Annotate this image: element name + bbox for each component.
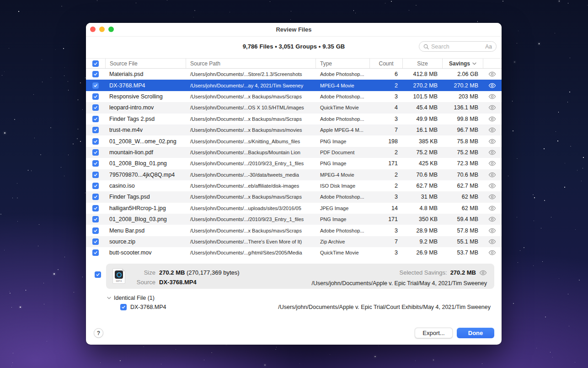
preview-eye-icon[interactable]	[483, 183, 502, 189]
detail-checkbox[interactable]	[95, 271, 101, 278]
preview-eye-icon[interactable]	[483, 239, 502, 244]
savings-cell: 203 MB	[442, 93, 483, 100]
type-cell: QuickTime Movie	[315, 250, 369, 255]
done-button[interactable]: Done	[457, 328, 494, 338]
column-header-preview	[483, 59, 502, 68]
preview-eye-icon[interactable]	[483, 206, 502, 211]
row-checkbox[interactable]	[86, 227, 105, 234]
preview-eye-icon[interactable]	[483, 194, 502, 200]
export-button[interactable]: Export...	[415, 328, 453, 338]
preview-eye-icon[interactable]	[483, 250, 502, 255]
preview-eye-icon[interactable]	[483, 139, 502, 144]
type-cell: MPEG-4 Movie	[315, 83, 369, 88]
source-file-cell: leopard-intro.mov	[105, 104, 186, 111]
count-cell: 7	[369, 238, 402, 245]
table-row[interactable]: 795709870...4jkQ8Q.mp4/Users/john/Docume…	[86, 169, 502, 180]
type-cell: Adobe Photoshop...	[315, 194, 369, 200]
select-all-checkbox[interactable]	[86, 59, 105, 68]
table-row[interactable]: trust-me.m4v/Users/john/Documents/...x B…	[86, 124, 502, 135]
row-checkbox[interactable]	[86, 149, 105, 156]
row-checkbox[interactable]	[86, 160, 105, 167]
type-cell: PNG Image	[315, 161, 369, 166]
column-header-size[interactable]: Size	[402, 59, 442, 68]
column-header-type[interactable]: Type	[315, 59, 369, 68]
size-cell: 70.6 MB	[402, 172, 442, 178]
size-cell: 270.2 MB	[402, 82, 442, 89]
size-cell: 62.7 MB	[402, 183, 442, 189]
preview-eye-icon[interactable]	[483, 161, 502, 166]
source-file-cell: Menu Bar.psd	[105, 227, 186, 234]
table-row[interactable]: Finder Tags.psd/Users/john/Documents/...…	[86, 191, 502, 202]
detail-pane: MP4 Size270.2 MB (270,177,369 bytes) Sou…	[106, 264, 494, 289]
preview-eye-icon[interactable]	[483, 105, 502, 110]
table-row[interactable]: leopard-intro.mov/Users/john/Documents/.…	[86, 102, 502, 113]
type-cell: ISO Disk Image	[315, 183, 369, 189]
preview-eye-icon[interactable]	[479, 270, 487, 276]
row-checkbox[interactable]	[86, 82, 105, 89]
search-input[interactable]: Search Aa	[419, 41, 497, 52]
table-row[interactable]: DX-3768.MP4/Users/john/Documents/...ay 4…	[86, 80, 502, 91]
preview-eye-icon[interactable]	[483, 83, 502, 88]
row-checkbox[interactable]	[86, 104, 105, 111]
row-checkbox[interactable]	[86, 138, 105, 145]
table-row[interactable]: Materials.psd/Users/john/Documents/...St…	[86, 69, 502, 80]
column-header-source-path[interactable]: Source Path	[186, 59, 315, 68]
source-path-cell: /Users/john/Documents/...Backups/Mountai…	[186, 150, 315, 155]
savings-cell: 270.2 MB	[442, 82, 483, 89]
row-checkbox[interactable]	[86, 238, 105, 245]
table-row[interactable]: casino.iso/Users/john/Documents/...eb/af…	[86, 180, 502, 191]
source-path-cell: /Users/john/Documents/.../2010/9/23_Entr…	[186, 216, 315, 222]
selected-savings-label: Selected Savings:	[400, 269, 447, 276]
table-row[interactable]: butt-scooter.mov/Users/john/Documents/..…	[86, 247, 502, 258]
row-checkbox[interactable]	[86, 116, 105, 122]
column-header-source-file[interactable]: Source File	[105, 59, 186, 68]
savings-cell: 96.7 MB	[442, 127, 483, 133]
match-case-button[interactable]: Aa	[485, 43, 492, 50]
table-row[interactable]: 01_2008_W...ome_02.png/Users/john/Docume…	[86, 135, 502, 146]
identical-file-row[interactable]: DX-3768.MP4 /Users/john/Documents/Apple …	[120, 303, 491, 311]
row-checkbox[interactable]	[86, 194, 105, 200]
source-path-cell: /Users/john/Documents/...uploads/sites/3…	[186, 206, 315, 211]
column-header-savings[interactable]: Savings	[442, 59, 483, 68]
identical-file-checkbox[interactable]	[120, 304, 127, 310]
preview-eye-icon[interactable]	[483, 172, 502, 178]
source-file-cell: DX-3768.MP4	[105, 82, 186, 89]
row-checkbox[interactable]	[86, 127, 105, 133]
table-row[interactable]: Responsive Scrolling/Users/john/Document…	[86, 91, 502, 102]
count-cell: 3	[369, 116, 402, 122]
source-path-cell: /Users/john/Documents/...x Backups/mavs/…	[186, 194, 315, 200]
row-checkbox[interactable]	[86, 71, 105, 77]
size-cell: 350 KB	[402, 216, 442, 222]
table-row[interactable]: halligan5HRcrop-1.jpg/Users/john/Documen…	[86, 203, 502, 214]
preview-eye-icon[interactable]	[483, 150, 502, 155]
row-checkbox[interactable]	[86, 216, 105, 222]
detail-full-path: /Users/john/Documents/Apple v. Epic Tria…	[312, 280, 487, 287]
table-row[interactable]: source.zip/Users/john/Documents/...There…	[86, 236, 502, 247]
savings-cell: 2.06 GB	[442, 71, 483, 77]
preview-eye-icon[interactable]	[483, 94, 502, 99]
row-checkbox[interactable]	[86, 93, 105, 100]
preview-eye-icon[interactable]	[483, 71, 502, 77]
row-checkbox[interactable]	[86, 172, 105, 178]
preview-eye-icon[interactable]	[483, 116, 502, 122]
row-checkbox[interactable]	[86, 183, 105, 189]
preview-eye-icon[interactable]	[483, 216, 502, 222]
size-cell: 101.5 MB	[402, 93, 442, 100]
column-header-count[interactable]: Count	[369, 59, 402, 68]
preview-eye-icon[interactable]	[483, 228, 502, 233]
row-checkbox[interactable]	[86, 249, 105, 256]
source-file-cell: 01_2008_Blog_03.png	[105, 216, 186, 222]
identical-files-header[interactable]: Identical File (1)	[107, 295, 155, 301]
size-cell: 412.8 MB	[402, 71, 442, 77]
table-row[interactable]: Menu Bar.psd/Users/john/Documents/...x B…	[86, 225, 502, 236]
disclosure-chevron-icon[interactable]	[107, 297, 111, 299]
source-path-cell: /Users/john/Documents/...x Backups/mavs/…	[186, 228, 315, 233]
table-row[interactable]: mountain-lion.pdf/Users/john/Documents/.…	[86, 147, 502, 158]
table-row[interactable]: 01_2008_Blog_03.png/Users/john/Documents…	[86, 214, 502, 225]
row-checkbox[interactable]	[86, 205, 105, 211]
help-button[interactable]: ?	[94, 328, 103, 338]
preview-eye-icon[interactable]	[483, 127, 502, 133]
source-path-cell: /Users/john/Documents/...There's Even Mo…	[186, 239, 315, 244]
table-row[interactable]: Finder Tags 2.psd/Users/john/Documents/.…	[86, 114, 502, 124]
table-row[interactable]: 01_2008_Blog_01.png/Users/john/Documents…	[86, 158, 502, 169]
